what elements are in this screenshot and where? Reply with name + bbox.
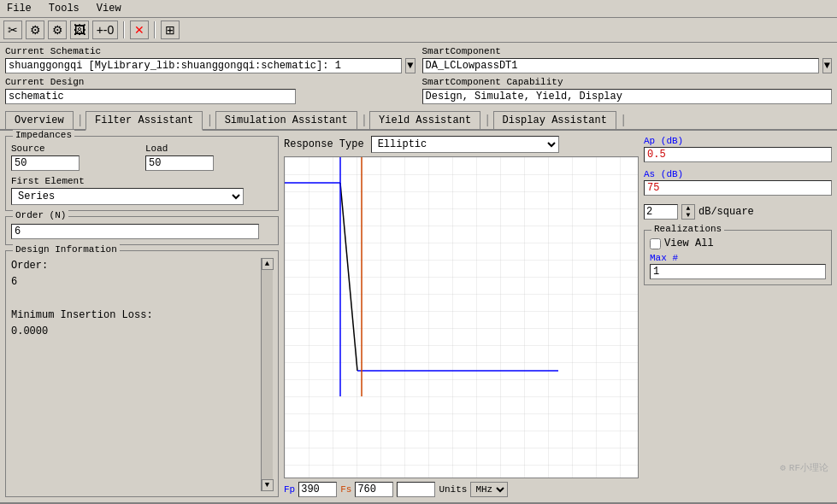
toolbar-plusminus[interactable]: +-0 [92,21,118,39]
menu-bar: File Tools View [0,0,837,18]
load-input[interactable] [145,155,214,171]
design-info-text: Order: 6 Minimum Insertion Loss: 0.0000 [11,258,261,335]
menu-file[interactable]: File [3,2,35,15]
order-input[interactable] [11,224,259,239]
toolbar-tool2[interactable]: ⚙ [48,21,67,39]
main-content: Impedances Source Load First Element Ser… [0,131,837,502]
svg-rect-0 [285,157,638,478]
response-type-select[interactable]: Elliptic Butterworth Chebyshev Bessel [371,136,559,153]
toolbar-delete[interactable]: ✕ [130,21,149,39]
toolbar-tool1[interactable]: ⚙ [26,21,44,39]
right-panel: Ap (dB) As (dB) ▲ ▼ dB/square Realizatio… [644,136,832,497]
first-element-field: First Element Series Shunt [11,176,273,205]
scroll-track[interactable] [262,270,273,479]
watermark-text: RF小理论 [789,461,828,474]
toolbar-sep1 [123,21,125,38]
menu-view[interactable]: View [93,2,125,15]
current-schematic-dropdown[interactable]: ▼ [405,58,415,73]
ap-label: Ap (dB) [644,136,832,146]
max-input[interactable] [650,264,826,279]
tab-sep5: | [618,114,628,127]
max-group: Max # [650,253,826,279]
left-panel: Impedances Source Load First Element Ser… [5,136,279,497]
smart-component-capability-label: SmartComponent Capability [422,77,833,87]
db-square-input[interactable] [644,204,678,220]
impedances-group-title: Impedances [13,130,74,140]
toolbar-grid[interactable]: ⊞ [161,21,180,39]
smart-component-capability-group: SmartComponent Capability [422,77,833,104]
impedances-fields: Source Load [11,144,273,171]
watermark-icon: ⚙ [780,462,786,473]
db-square-label: dB/square [698,206,754,218]
tab-overview[interactable]: Overview [5,111,74,129]
source-input[interactable] [11,155,80,171]
smart-component-input-row: ▼ [422,58,833,73]
as-input[interactable] [644,180,832,196]
bottom-fields-row: Current Design SmartComponent Capability [0,77,837,108]
smart-component-label: SmartComponent [422,46,833,56]
freq-third-input[interactable] [397,482,435,497]
units-select[interactable]: MHz Hz kHz GHz [470,482,508,497]
current-schematic-input-row: ▼ [5,58,416,73]
tab-simulation[interactable]: Simulation Assistant [215,111,357,129]
max-label: Max # [650,253,826,263]
fp-input[interactable] [298,482,337,497]
current-design-input[interactable] [5,89,296,104]
smart-component-dropdown[interactable]: ▼ [822,58,832,73]
menu-tools[interactable]: Tools [45,2,83,15]
view-all-row: View All [650,237,826,249]
current-schematic-group: Current Schematic ▼ [5,46,416,73]
source-field: Source [11,144,139,171]
scroll-up-arrow[interactable]: ▲ [262,258,274,270]
spin-down-button[interactable]: ▼ [682,212,694,219]
toolbar-camera[interactable]: 🖼 [70,21,89,39]
first-element-select[interactable]: Series Shunt [11,188,244,205]
ap-group: Ap (dB) [644,136,832,162]
order-group: Order (N) [5,216,279,245]
toolbar-cut[interactable]: ✂ [3,21,22,39]
as-label: As (dB) [644,169,832,179]
db-square-row: ▲ ▼ dB/square [644,204,832,220]
response-type-label: Response Type [284,138,364,150]
tabs-row: Overview | Filter Assistant | Simulation… [0,108,837,131]
toolbar: ✂ ⚙ ⚙ 🖼 +-0 ✕ ⊞ [0,18,837,43]
tab-sep4: | [482,114,492,127]
realizations-group: Realizations View All Max # [644,230,832,285]
order-group-title: Order (N) [13,210,68,220]
tab-display[interactable]: Display Assistant [493,111,616,129]
tab-sep1: | [75,114,85,127]
load-label: Load [145,144,273,154]
center-panel: Response Type Elliptic Butterworth Cheby… [284,136,639,497]
design-info-group-title: Design Information [13,244,120,255]
scroll-down-arrow[interactable]: ▼ [262,479,274,491]
design-info-scrollbar: ▲ ▼ [261,258,273,491]
smart-component-input[interactable] [422,58,819,73]
as-group: As (dB) [644,169,832,196]
tab-sep2: | [204,114,215,127]
fs-label: Fs [340,484,351,495]
view-all-checkbox[interactable] [650,238,661,249]
tab-yield[interactable]: Yield Assistant [369,111,480,129]
impedances-group: Impedances Source Load First Element Ser… [5,136,279,211]
watermark: ⚙ RF小理论 [780,461,828,474]
chart-svg [285,157,638,478]
smart-component-capability-input[interactable] [422,89,833,104]
spin-buttons: ▲ ▼ [681,204,695,220]
chart-area [284,156,639,478]
load-field: Load [145,144,273,171]
top-fields-row: Current Schematic ▼ SmartComponent ▼ [0,43,837,77]
toolbar-sep2 [154,21,156,38]
design-info-scroll[interactable]: Order: 6 Minimum Insertion Loss: 0.0000 [11,258,261,335]
view-all-label: View All [664,237,714,249]
freq-row: Fp Fs Units MHz Hz kHz GHz [284,482,639,497]
tab-filter[interactable]: Filter Assistant [85,111,203,131]
first-element-label: First Element [11,176,273,186]
fs-input[interactable] [355,482,393,497]
current-design-label: Current Design [5,77,416,87]
response-type-row: Response Type Elliptic Butterworth Cheby… [284,136,639,153]
units-label: Units [439,484,467,495]
ap-input[interactable] [644,147,832,162]
design-info-group: Design Information Order: 6 Minimum Inse… [5,250,279,497]
tab-sep3: | [359,114,369,127]
current-schematic-input[interactable] [5,58,402,73]
